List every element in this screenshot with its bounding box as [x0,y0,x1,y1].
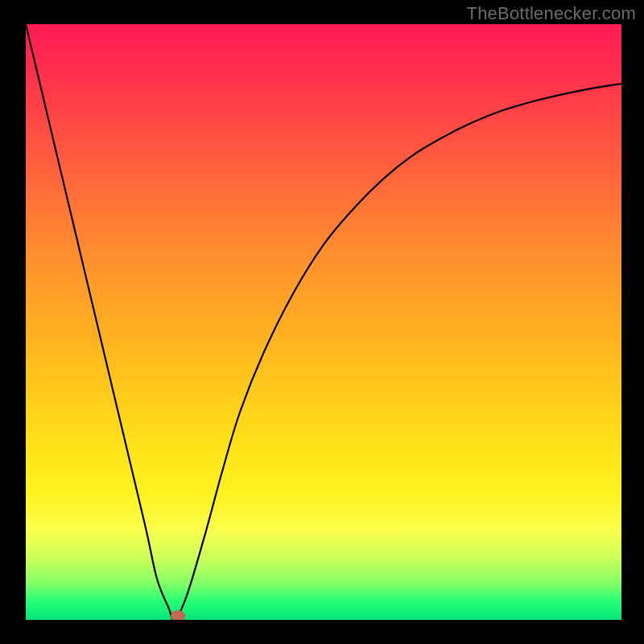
chart-stage: TheBottlenecker.com [0,0,644,644]
bottleneck-curve [26,24,621,620]
curve-path [26,24,621,620]
optimal-point-marker [171,610,185,620]
watermark-text: TheBottlenecker.com [467,3,636,24]
plot-area [26,24,621,620]
